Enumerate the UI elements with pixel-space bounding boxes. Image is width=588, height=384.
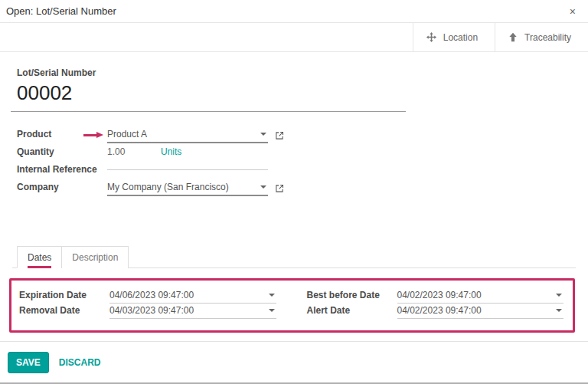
lot-serial-dialog: Open: Lot/Serial Number × Location Trace… [0, 0, 588, 384]
best-before-date-field[interactable]: 04/02/2023 09:47:00 [397, 288, 564, 304]
quantity-label: Quantity [17, 145, 107, 157]
best-before-date-label: Best before Date [307, 288, 397, 300]
notebook-tabs: Dates Description [12, 246, 576, 268]
location-button-label: Location [443, 32, 478, 43]
internal-reference-field[interactable] [107, 166, 268, 170]
discard-button[interactable]: DISCARD [59, 357, 101, 368]
tab-dates-label: Dates [28, 252, 51, 268]
dialog-footer: SAVE DISCARD [0, 341, 588, 382]
dialog-title: Open: Lot/Serial Number [6, 5, 116, 17]
traceability-button[interactable]: Traceability [495, 23, 588, 51]
form-fields: Product Product A Quantity 1.00 Units [17, 127, 576, 197]
company-value: My Company (San Francisco) [107, 182, 229, 192]
removal-date-row: Removal Date 04/03/2023 09:47:00 [19, 304, 276, 319]
best-before-date-row: Best before Date 04/02/2023 09:47:00 [307, 288, 564, 304]
internal-reference-label: Internal Reference [17, 162, 107, 175]
lot-serial-number-input[interactable]: 00002 [17, 81, 576, 105]
removal-date-value: 04/03/2023 09:47:00 [109, 305, 194, 316]
dates-left-column: Expiration Date 04/06/2023 09:47:00 Remo… [19, 288, 276, 319]
alert-date-label: Alert Date [307, 304, 397, 316]
chevron-down-icon[interactable] [269, 309, 275, 312]
tab-dates[interactable]: Dates [17, 246, 62, 268]
dates-highlight-annotation: Expiration Date 04/06/2023 09:47:00 Remo… [9, 278, 575, 333]
best-before-date-value: 04/02/2023 09:47:00 [397, 290, 482, 300]
product-field[interactable]: Product A [107, 127, 268, 143]
arrow-up-icon [508, 31, 518, 43]
stat-button-box: Location Traceability [0, 23, 588, 52]
removal-date-field[interactable]: 04/03/2023 09:47:00 [109, 304, 276, 319]
form-sheet: Lot/Serial Number 00002 Product Product … [0, 52, 588, 333]
expiration-date-field[interactable]: 04/06/2023 09:47:00 [109, 288, 276, 304]
tab-description[interactable]: Description [61, 246, 129, 268]
lot-serial-number-label: Lot/Serial Number [17, 67, 576, 78]
move-icon [426, 31, 437, 43]
expiration-date-row: Expiration Date 04/06/2023 09:47:00 [19, 288, 276, 304]
removal-date-label: Removal Date [19, 304, 109, 316]
uom-link[interactable]: Units [161, 145, 181, 157]
expiration-date-value: 04/06/2023 09:47:00 [109, 290, 194, 300]
chevron-down-icon[interactable] [556, 294, 562, 297]
product-value: Product A [107, 129, 147, 139]
external-link-icon[interactable] [275, 184, 284, 193]
tab-description-label: Description [72, 252, 118, 263]
company-field[interactable]: My Company (San Francisco) [107, 180, 268, 196]
company-row: Company My Company (San Francisco) [17, 180, 576, 197]
traceability-button-label: Traceability [524, 32, 571, 43]
dialog-header: Open: Lot/Serial Number × [0, 0, 588, 23]
internal-reference-row: Internal Reference [17, 162, 576, 179]
chevron-down-icon[interactable] [556, 309, 562, 312]
external-link-icon[interactable] [275, 131, 284, 140]
alert-date-row: Alert Date 04/02/2023 09:47:00 [307, 304, 564, 319]
close-icon[interactable]: × [565, 6, 580, 17]
chevron-down-icon[interactable] [269, 294, 275, 297]
dates-grid: Expiration Date 04/06/2023 09:47:00 Remo… [19, 288, 564, 319]
alert-date-field[interactable]: 04/02/2023 09:47:00 [397, 304, 564, 319]
product-row: Product Product A [17, 127, 576, 144]
save-button[interactable]: SAVE [8, 352, 49, 373]
lot-serial-number-underline [11, 111, 406, 112]
annotation-arrow-icon [83, 132, 103, 139]
dates-right-column: Best before Date 04/02/2023 09:47:00 Ale… [307, 288, 564, 319]
quantity-value: 1.00 [107, 145, 161, 157]
quantity-row: Quantity 1.00 Units [17, 145, 576, 162]
expiration-date-label: Expiration Date [19, 288, 109, 300]
chevron-down-icon[interactable] [260, 185, 266, 189]
alert-date-value: 04/02/2023 09:47:00 [397, 305, 482, 316]
location-button[interactable]: Location [413, 23, 495, 51]
chevron-down-icon[interactable] [260, 133, 266, 136]
company-label: Company [17, 180, 107, 192]
